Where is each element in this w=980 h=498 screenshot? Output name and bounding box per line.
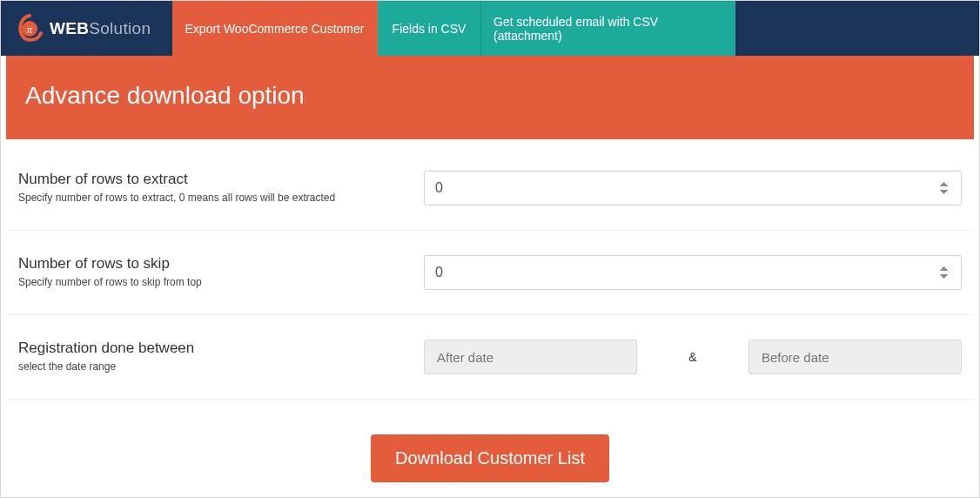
row-rows-extract: Number of rows to extract Specify number… (6, 139, 974, 231)
button-row: Download Customer List (6, 400, 974, 482)
form-area: Number of rows to extract Specify number… (6, 139, 974, 482)
rows-extract-input[interactable] (424, 171, 962, 205)
input-col: & (424, 340, 962, 374)
rows-extract-label: Number of rows to extract (18, 171, 406, 188)
svg-text:π: π (27, 23, 33, 36)
date-range-separator: & (637, 350, 748, 364)
label-col: Number of rows to extract Specify number… (18, 171, 424, 204)
rows-extract-desc: Specify number of rows to extract, 0 mea… (18, 192, 406, 204)
tab-scheduled-email[interactable]: Get scheduled email with CSV (attachment… (481, 1, 735, 56)
page-title: Advance download option (6, 56, 974, 139)
nav-spacer (735, 1, 979, 56)
rows-skip-label: Number of rows to skip (18, 255, 406, 273)
topbar: π WEBSolution Export WooCommerce Custome… (1, 1, 979, 56)
registration-desc: select the date range (18, 360, 406, 373)
input-col (424, 171, 962, 205)
label-col: Registration done between select the dat… (18, 340, 424, 373)
logo-text: WEBSolution (50, 19, 151, 38)
tab-export-customer[interactable]: Export WooCommerce Customer (172, 1, 378, 56)
before-date-input[interactable] (748, 340, 962, 374)
row-registration: Registration done between select the dat… (6, 315, 974, 400)
download-customer-list-button[interactable]: Download Customer List (371, 434, 609, 482)
tab-fields-csv[interactable]: Fields in CSV (378, 1, 481, 56)
rows-skip-desc: Specify number of rows to skip from top (18, 276, 406, 288)
rows-skip-input[interactable] (424, 255, 962, 290)
row-rows-skip: Number of rows to skip Specify number of… (6, 231, 974, 315)
pi-icon: π (15, 14, 44, 44)
registration-label: Registration done between (18, 340, 406, 357)
after-date-input[interactable] (424, 340, 637, 374)
logo[interactable]: π WEBSolution (1, 1, 172, 56)
label-col: Number of rows to skip Specify number of… (18, 255, 424, 288)
input-col (424, 255, 962, 290)
